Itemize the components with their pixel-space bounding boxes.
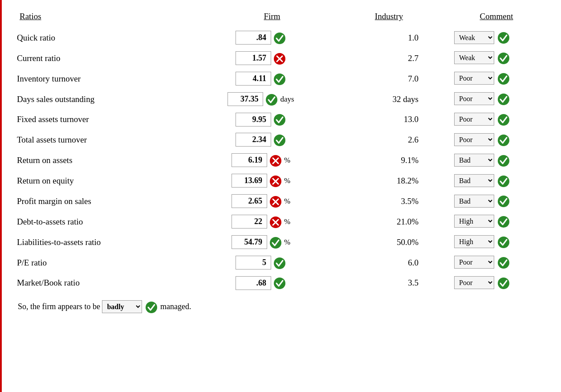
comment-quick-ratio: WeakPoorBadHighGood <box>445 28 548 48</box>
footer-cell: So, the firm appears to be badlywellfair… <box>15 293 548 317</box>
header-firm: Firm <box>189 9 333 28</box>
svg-point-13 <box>498 135 509 146</box>
firm-return-on-assets: 6.19 % <box>189 150 333 171</box>
table-row: Days sales outstanding37.35 days32 daysW… <box>15 89 548 110</box>
comment-check-icon <box>497 31 510 45</box>
header-comment: Comment <box>445 9 548 28</box>
svg-point-34 <box>274 278 285 289</box>
comment-select-days-sales-outstanding[interactable]: WeakPoorBadHighGood <box>454 92 494 105</box>
header-ratios: Ratios <box>15 9 189 28</box>
firm-value-market-book-ratio: .68 <box>236 276 271 290</box>
check-icon <box>273 257 286 270</box>
svg-point-33 <box>498 257 509 269</box>
check-icon <box>273 134 286 147</box>
industry-fixed-assets-turnover: 13.0 <box>333 110 445 130</box>
footer-suffix: managed. <box>158 302 191 311</box>
comment-check-icon <box>497 134 510 147</box>
table-row: Debt-to-assets ratio22 %21.0%WeakPoorBad… <box>15 212 548 232</box>
comment-fixed-assets-turnover: WeakPoorBadHighGood <box>445 110 548 130</box>
comment-select-return-on-assets[interactable]: WeakPoorBadHighGood <box>454 154 494 167</box>
firm-fixed-assets-turnover: 9.95 <box>189 110 333 130</box>
comment-check-icon <box>497 113 510 127</box>
x-icon <box>269 175 282 188</box>
label-market-book-ratio: Market/Book ratio <box>15 273 189 294</box>
comment-select-market-book-ratio[interactable]: WeakPoorBadHighGood <box>454 276 494 289</box>
x-icon <box>269 195 282 208</box>
comment-liabilities-to-assets-ratio: WeakPoorBadHighGood <box>445 232 548 253</box>
firm-value-fixed-assets-turnover: 9.95 <box>236 113 271 127</box>
suffix-return-on-assets: % <box>284 156 290 164</box>
label-inventory-turnover: Inventory turnover <box>15 69 189 89</box>
svg-point-11 <box>498 114 509 126</box>
svg-point-36 <box>146 302 157 313</box>
label-return-on-assets: Return on assets <box>15 150 189 171</box>
svg-point-25 <box>498 196 509 207</box>
comment-check-icon <box>497 72 510 86</box>
firm-return-on-equity: 13.69 % <box>189 171 333 191</box>
firm-value-debt-to-assets-ratio: 22 <box>232 215 267 229</box>
comment-select-debt-to-assets-ratio[interactable]: WeakPoorBadHighGood <box>454 215 494 228</box>
comment-check-icon <box>497 256 510 270</box>
svg-point-35 <box>498 278 509 289</box>
comment-check-icon <box>497 93 510 106</box>
firm-value-inventory-turnover: 4.11 <box>236 72 271 86</box>
check-icon <box>273 32 286 45</box>
industry-quick-ratio: 1.0 <box>333 28 445 48</box>
comment-select-fixed-assets-turnover[interactable]: WeakPoorBadHighGood <box>454 113 494 126</box>
svg-point-1 <box>498 32 509 44</box>
suffix-profit-margin-on-sales: % <box>284 197 290 205</box>
label-total-assets-turnover: Total assets turnover <box>15 130 189 150</box>
firm-value-return-on-equity: 13.69 <box>232 174 267 188</box>
table-row: Return on assets6.19 %9.1%WeakPoorBadHig… <box>15 150 548 171</box>
comment-select-current-ratio[interactable]: WeakPoorBadHighGood <box>454 51 494 64</box>
comment-select-inventory-turnover[interactable]: WeakPoorBadHighGood <box>454 72 494 85</box>
label-days-sales-outstanding: Days sales outstanding <box>15 89 189 110</box>
table-row: Current ratio1.57 2.7WeakPoorBadHighGood <box>15 48 548 69</box>
firm-profit-margin-on-sales: 2.65 % <box>189 191 333 212</box>
label-current-ratio: Current ratio <box>15 48 189 69</box>
label-fixed-assets-turnover: Fixed assets turnover <box>15 110 189 130</box>
label-return-on-equity: Return on equity <box>15 171 189 191</box>
managed-select[interactable]: badlywellfairly <box>102 300 142 313</box>
comment-select-profit-margin-on-sales[interactable]: WeakPoorBadHighGood <box>454 195 494 208</box>
table-row: Total assets turnover2.34 2.6WeakPoorBad… <box>15 130 548 150</box>
svg-point-0 <box>274 33 285 44</box>
comment-check-icon <box>497 277 510 290</box>
comment-check-icon <box>497 154 510 167</box>
header-industry: Industry <box>333 9 445 28</box>
firm-debt-to-assets-ratio: 22 % <box>189 212 333 232</box>
svg-point-6 <box>274 74 285 85</box>
table-row: Return on equity13.69 %18.2%WeakPoorBadH… <box>15 171 548 191</box>
svg-point-9 <box>498 94 509 105</box>
svg-point-31 <box>498 237 509 248</box>
comment-select-liabilities-to-assets-ratio[interactable]: WeakPoorBadHighGood <box>454 235 494 248</box>
suffix-liabilities-to-assets-ratio: % <box>284 238 290 246</box>
comment-market-book-ratio: WeakPoorBadHighGood <box>445 273 548 294</box>
comment-select-return-on-equity[interactable]: WeakPoorBadHighGood <box>454 174 494 187</box>
suffix-debt-to-assets-ratio: % <box>284 217 290 226</box>
firm-value-days-sales-outstanding: 37.35 <box>228 92 263 106</box>
industry-debt-to-assets-ratio: 21.0% <box>333 212 445 232</box>
check-icon <box>273 277 286 290</box>
svg-point-8 <box>266 94 277 106</box>
comment-select-total-assets-turnover[interactable]: WeakPoorBadHighGood <box>454 133 494 146</box>
check-icon <box>273 73 286 86</box>
footer-prefix: So, the firm appears to be <box>18 302 102 311</box>
industry-return-on-assets: 9.1% <box>333 150 445 171</box>
comment-select-pe-ratio[interactable]: WeakPoorBadHighGood <box>454 256 494 269</box>
comment-return-on-equity: WeakPoorBadHighGood <box>445 171 548 191</box>
svg-point-7 <box>498 73 509 85</box>
industry-profit-margin-on-sales: 3.5% <box>333 191 445 212</box>
industry-days-sales-outstanding: 32 days <box>333 89 445 110</box>
comment-check-icon <box>497 215 510 229</box>
svg-point-30 <box>270 237 281 249</box>
comment-select-quick-ratio[interactable]: WeakPoorBadHighGood <box>454 31 494 44</box>
firm-market-book-ratio: .68 <box>189 273 333 294</box>
comment-total-assets-turnover: WeakPoorBadHighGood <box>445 130 548 150</box>
firm-value-pe-ratio: 5 <box>236 256 271 270</box>
industry-pe-ratio: 6.0 <box>333 253 445 273</box>
comment-pe-ratio: WeakPoorBadHighGood <box>445 253 548 273</box>
table-row: P/E ratio5 6.0WeakPoorBadHighGood <box>15 253 548 273</box>
footer-check-icon <box>145 301 158 314</box>
industry-total-assets-turnover: 2.6 <box>333 130 445 150</box>
